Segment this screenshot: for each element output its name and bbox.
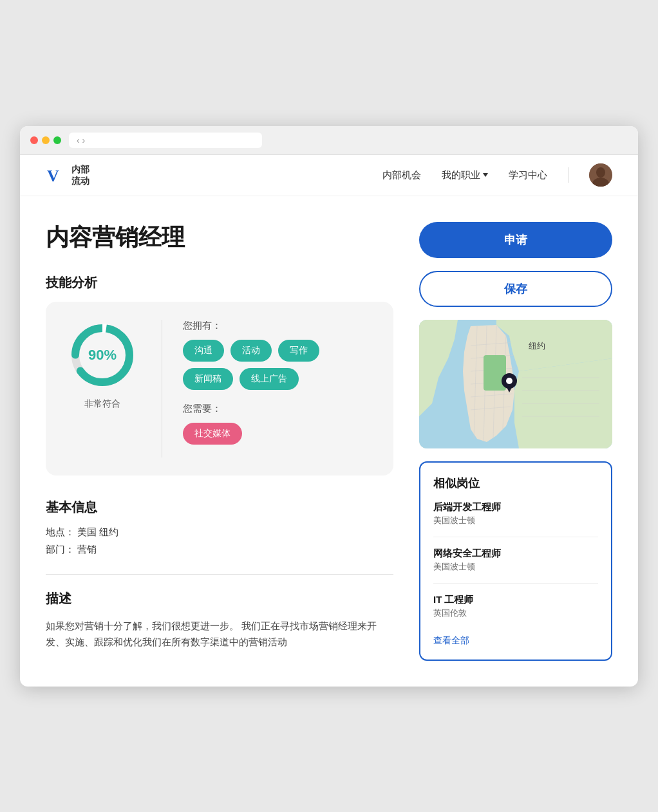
similar-job-1-location: 美国波士顿 bbox=[433, 515, 598, 526]
department-label: 部门： bbox=[46, 544, 75, 555]
nav-bar: V 内部 流动 内部机会 我的职业 学习中心 bbox=[20, 155, 638, 196]
svg-point-2 bbox=[596, 167, 605, 178]
page-title: 内容营销经理 bbox=[46, 222, 393, 254]
description-text: 如果您对营销十分了解，我们很想更进一步。 我们正在寻找市场营销经理来开发、实施、… bbox=[46, 618, 393, 651]
logo-text: 内部 流动 bbox=[71, 163, 89, 187]
location-row: 地点： 美国 纽约 bbox=[46, 526, 393, 539]
location-value: 美国 纽约 bbox=[77, 526, 118, 537]
nav-learning[interactable]: 学习中心 bbox=[509, 169, 547, 181]
save-button[interactable]: 保存 bbox=[419, 271, 612, 307]
need-label: 您需要： bbox=[183, 403, 375, 415]
left-column: 内容营销经理 技能分析 bbox=[46, 222, 393, 661]
url-bar[interactable]: ‹ › bbox=[69, 133, 262, 148]
tag-online-ad: 线上广告 bbox=[240, 368, 299, 390]
similar-job-2[interactable]: 网络安全工程师 美国波士顿 bbox=[433, 548, 598, 584]
department-row: 部门： 营销 bbox=[46, 544, 393, 556]
tag-social-media: 社交媒体 bbox=[183, 423, 242, 445]
chevron-down-icon bbox=[483, 173, 488, 177]
map-city-label: 纽约 bbox=[529, 341, 545, 351]
apply-button[interactable]: 申请 bbox=[419, 222, 612, 258]
need-tags-row: 社交媒体 bbox=[183, 423, 375, 445]
skills-section: 技能分析 90% bbox=[46, 274, 393, 475]
browser-window: ‹ › V 内部 流动 内部机会 我的职业 学习中心 bbox=[20, 126, 638, 687]
nav-divider bbox=[568, 167, 569, 183]
map-svg: 纽约 bbox=[419, 320, 612, 448]
skills-divider bbox=[162, 320, 162, 457]
tag-communication: 沟通 bbox=[183, 340, 224, 362]
department-value: 营销 bbox=[77, 544, 97, 555]
nav-opportunities[interactable]: 内部机会 bbox=[382, 169, 421, 181]
maximize-button[interactable] bbox=[53, 136, 61, 144]
similar-title: 相似岗位 bbox=[433, 475, 598, 491]
nav-back-icon[interactable]: ‹ › bbox=[77, 135, 85, 145]
avatar[interactable] bbox=[589, 163, 612, 187]
donut-match-label: 非常符合 bbox=[84, 398, 120, 410]
have-tags-row: 沟通 活动 写作 新闻稿 线上广告 bbox=[183, 340, 375, 390]
svg-rect-26 bbox=[484, 355, 506, 391]
separator bbox=[46, 574, 393, 575]
description-title: 描述 bbox=[46, 590, 393, 607]
tag-writing: 写作 bbox=[278, 340, 319, 362]
traffic-lights bbox=[30, 136, 61, 144]
logo-area: V 内部 流动 bbox=[46, 163, 89, 187]
similar-job-3-location: 英国伦敦 bbox=[433, 607, 598, 619]
minimize-button[interactable] bbox=[42, 136, 50, 144]
donut-area: 90% 非常符合 bbox=[64, 320, 141, 410]
nav-career[interactable]: 我的职业 bbox=[442, 169, 488, 181]
skills-right: 您拥有： 沟通 活动 写作 新闻稿 线上广告 您需要： 社交媒体 bbox=[183, 320, 375, 457]
similar-job-1[interactable]: 后端开发工程师 美国波士顿 bbox=[433, 501, 598, 537]
tag-activity: 活动 bbox=[230, 340, 272, 362]
description-section: 描述 如果您对营销十分了解，我们很想更进一步。 我们正在寻找市场营销经理来开发、… bbox=[46, 590, 393, 651]
donut-chart: 90% bbox=[67, 320, 138, 391]
have-label: 您拥有： bbox=[183, 320, 375, 332]
skills-card: 90% 非常符合 您拥有： 沟通 活动 写作 新闻稿 线上广告 bbox=[46, 302, 393, 475]
similar-section: 相似岗位 后端开发工程师 美国波士顿 网络安全工程师 美国波士顿 IT 工程师 … bbox=[419, 461, 612, 661]
map-container: 纽约 bbox=[419, 320, 612, 448]
similar-job-2-location: 美国波士顿 bbox=[433, 561, 598, 573]
close-button[interactable] bbox=[30, 136, 38, 144]
tag-press: 新闻稿 bbox=[183, 368, 233, 390]
basic-info-section: 基本信息 地点： 美国 纽约 部门： 营销 bbox=[46, 499, 393, 556]
basic-info-title: 基本信息 bbox=[46, 499, 393, 516]
view-all-link[interactable]: 查看全部 bbox=[433, 635, 469, 645]
similar-job-1-title: 后端开发工程师 bbox=[433, 501, 598, 513]
location-label: 地点： bbox=[46, 526, 75, 537]
donut-percent-label: 90% bbox=[88, 347, 117, 364]
similar-job-3-title: IT 工程师 bbox=[433, 594, 598, 606]
browser-chrome: ‹ › bbox=[20, 126, 638, 155]
page-content: 内容营销经理 技能分析 bbox=[20, 196, 638, 687]
svg-point-29 bbox=[506, 378, 512, 384]
logo-icon: V bbox=[46, 165, 66, 185]
right-column: 申请 保存 bbox=[419, 222, 612, 661]
avatar-image bbox=[589, 163, 612, 187]
skills-section-title: 技能分析 bbox=[46, 274, 393, 291]
similar-job-2-title: 网络安全工程师 bbox=[433, 548, 598, 560]
similar-job-3[interactable]: IT 工程师 英国伦敦 bbox=[433, 594, 598, 629]
nav-links: 内部机会 我的职业 学习中心 bbox=[382, 163, 612, 187]
svg-text:V: V bbox=[47, 167, 59, 185]
